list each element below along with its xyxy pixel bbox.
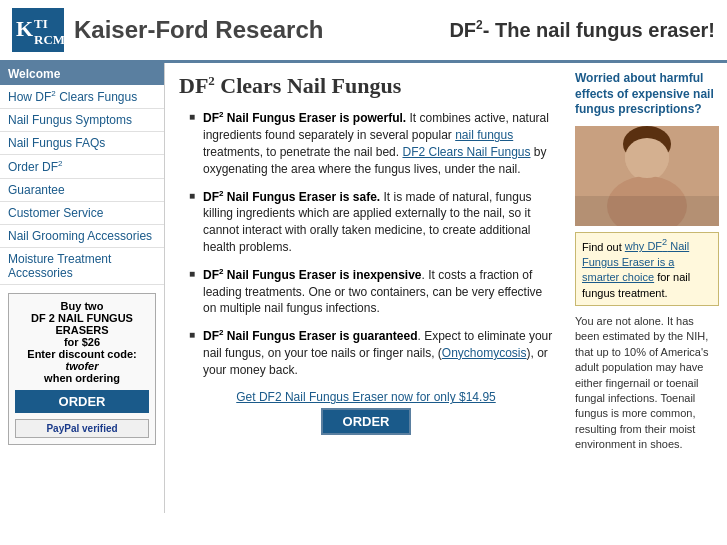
cta-section: Get DF2 Nail Fungus Eraser now for only … [179, 390, 553, 435]
nail-fungus-link[interactable]: nail fungus [455, 128, 513, 142]
main-heading: DF2 Clears Nail Fungus [179, 73, 553, 99]
right-find-out-box: Find out why DF2 Nail Fungus Eraser is a… [575, 232, 719, 306]
cta-link[interactable]: Get DF2 Nail Fungus Eraser now for only … [236, 390, 495, 404]
header: K TI RCM Kaiser-Ford Research DF2- The n… [0, 0, 727, 63]
sidebar-item-accessories[interactable]: Nail Grooming Accessories [0, 225, 164, 248]
list-item: DF2 Nail Fungus Eraser is safe. It is ma… [189, 188, 553, 256]
right-image [575, 126, 719, 226]
list-item: DF2 Nail Fungus Eraser is guaranteed. Ex… [189, 327, 553, 378]
sidebar-promo: Buy two DF 2 NAIL FUNGUS ERASERS for $26… [8, 293, 156, 445]
logo-icon: K TI RCM [12, 8, 64, 52]
main-layout: Welcome How DF2 Clears Fungus Nail Fungu… [0, 63, 727, 513]
svg-text:K: K [16, 16, 33, 41]
right-body-text: You are not alone. It has been estimated… [575, 314, 719, 453]
company-name: Kaiser-Ford Research [74, 16, 323, 44]
sidebar-item-symptoms[interactable]: Nail Fungus Symptoms [0, 109, 164, 132]
order-button-main[interactable]: ORDER [321, 408, 412, 435]
sidebar-item-moisture[interactable]: Moisture Treatment Accessories [0, 248, 164, 285]
sidebar: Welcome How DF2 Clears Fungus Nail Fungu… [0, 63, 165, 513]
sidebar-item-guarantee[interactable]: Guarantee [0, 179, 164, 202]
clears-nail-fungus-link[interactable]: DF2 Clears Nail Fungus [402, 145, 530, 159]
svg-text:TI: TI [34, 16, 48, 31]
sidebar-welcome: Welcome [0, 63, 164, 85]
cta-text: Get DF2 Nail Fungus Eraser now for only … [179, 390, 553, 404]
sidebar-item-order[interactable]: Order DF2 [0, 155, 164, 179]
why-df2-link[interactable]: why DF2 Nail Fungus Eraser is a smarter … [582, 240, 689, 283]
logo-block: K TI RCM Kaiser-Ford Research [12, 8, 449, 52]
order-button-sidebar[interactable]: ORDER [15, 390, 149, 413]
bullet-list: DF2 Nail Fungus Eraser is powerful. It c… [179, 109, 553, 378]
sidebar-item-faqs[interactable]: Nail Fungus FAQs [0, 132, 164, 155]
svg-text:RCM: RCM [34, 32, 64, 47]
promo-line1: Buy two DF 2 NAIL FUNGUS ERASERS for $26… [15, 300, 149, 384]
main-content: DF2 Clears Nail Fungus DF2 Nail Fungus E… [165, 63, 567, 445]
paypal-badge: PayPal verified [15, 419, 149, 438]
header-tagline: DF2- The nail fungus eraser! [449, 18, 715, 42]
right-sidebar: Worried about harmful effects of expensi… [567, 63, 727, 461]
list-item: DF2 Nail Fungus Eraser is inexpensive. I… [189, 266, 553, 317]
list-item: DF2 Nail Fungus Eraser is powerful. It c… [189, 109, 553, 177]
svg-point-8 [625, 138, 669, 178]
onychomycosis-link[interactable]: Onychomycosis [442, 346, 527, 360]
right-promo-question: Worried about harmful effects of expensi… [575, 71, 719, 118]
sidebar-item-how-df2[interactable]: How DF2 Clears Fungus [0, 85, 164, 109]
sidebar-item-customer-service[interactable]: Customer Service [0, 202, 164, 225]
